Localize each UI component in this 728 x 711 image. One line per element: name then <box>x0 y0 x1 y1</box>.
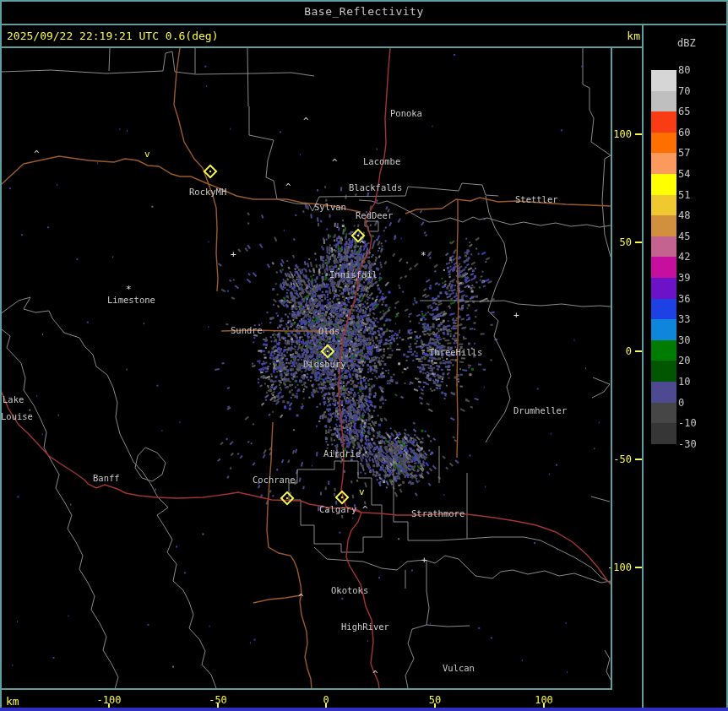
frame-left <box>0 0 2 711</box>
map-border-bottom <box>0 688 612 690</box>
caret-up-icon: ^ <box>394 437 400 444</box>
scale-tick-label: 65 <box>678 106 690 117</box>
caret-up-icon: ^ <box>362 507 368 513</box>
y-axis-tick <box>635 242 642 243</box>
panel-divider <box>642 25 644 711</box>
city-label-banff: Banff <box>93 474 120 482</box>
city-label-vulcan: Vulcan <box>443 664 475 672</box>
radar-site-dot <box>286 497 289 500</box>
y-axis-tick <box>635 350 642 352</box>
scale-tick-label: 54 <box>678 168 690 180</box>
scale-swatch <box>651 153 676 174</box>
scale-tick-label: -30 <box>678 438 697 450</box>
city-label-rockymh: RockyMH <box>189 187 226 196</box>
city-label-sylvan: Sylvan <box>314 203 346 211</box>
scale-tick-label: 70 <box>678 85 690 97</box>
asterisk-marker-icon: * <box>126 286 132 293</box>
asterisk-marker-icon: * <box>421 252 426 259</box>
y-axis-tick <box>635 133 642 135</box>
scale-swatch <box>651 299 676 320</box>
scale-tick-label: 33 <box>678 313 690 325</box>
x-axis-unit-label: km <box>6 695 19 708</box>
scale-tick-label: 60 <box>678 127 690 138</box>
frame-top <box>0 0 728 2</box>
city-label-innisfail: Innisfail <box>329 270 378 279</box>
scale-tick-label: 42 <box>678 251 690 263</box>
scale-swatch <box>651 70 676 91</box>
scale-swatch <box>651 91 676 112</box>
scale-tick-label: 45 <box>678 231 690 242</box>
scale-tick-label: 51 <box>678 189 690 201</box>
map-border-right <box>611 46 612 690</box>
city-label-okotoks: Okotoks <box>331 586 368 594</box>
scale-tick-label: 48 <box>678 209 690 221</box>
radar-viewer-window: PonokaLacombeBlackfaldsSylvanRedDeerStet… <box>0 0 728 711</box>
y-axis-unit-label: km <box>627 30 640 42</box>
y-axis-tick <box>635 459 642 460</box>
bottom-status-strip <box>0 708 728 711</box>
plus-marker-icon: + <box>421 557 427 564</box>
plus-marker-icon: + <box>231 252 236 258</box>
scale-swatch <box>651 257 676 278</box>
city-label-limestone: Limestone <box>107 296 155 304</box>
window-title: Base_Reflectivity <box>304 5 424 18</box>
city-label-cochrane: Cochrane <box>253 475 296 484</box>
city-label-threehills: ThreeHills <box>429 348 482 356</box>
scale-tick-label: 39 <box>678 272 690 284</box>
caret-up-icon: ^ <box>372 671 378 678</box>
scale-swatch <box>651 111 676 133</box>
scale-tick-label: 30 <box>678 334 690 346</box>
caret-up-icon: ^ <box>303 118 309 125</box>
scale-swatch <box>651 423 676 444</box>
scale-swatch <box>651 174 676 195</box>
scale-tick-label: 10 <box>678 376 690 388</box>
map-border-top <box>0 46 642 48</box>
plus-marker-icon: + <box>513 312 519 319</box>
scale-swatch <box>651 361 676 382</box>
city-label-reddeer: RedDeer <box>356 211 393 220</box>
city-label-airdrie: Airdrie <box>323 449 361 458</box>
scale-tick-label: 0 <box>678 397 684 409</box>
radar-site-dot <box>341 497 344 499</box>
radar-site-dot <box>209 171 212 173</box>
caret-up-icon: ^ <box>34 151 40 158</box>
timestamp: 2025/09/22 22:19:21 UTC 0.6(deg) <box>7 30 218 42</box>
city-label-blackfalds: Blackfalds <box>349 183 402 192</box>
title-divider <box>0 24 728 25</box>
city-label-drumheller: Drumheller <box>513 406 567 415</box>
caret-up-icon: ^ <box>285 184 291 191</box>
scale-swatch <box>651 133 676 154</box>
city-label-lake: Lake <box>3 395 24 404</box>
scale-tick-label: 80 <box>678 64 690 76</box>
caret-up-icon: ^ <box>298 594 304 601</box>
scale-tick-label: -10 <box>678 417 697 429</box>
city-label-lacombe: Lacombe <box>363 157 400 166</box>
city-label-didsbury: Didsbury <box>303 360 346 368</box>
city-label-calgary: Calgary <box>319 505 356 513</box>
caret-down-icon: v <box>359 489 365 496</box>
scale-swatch <box>651 195 676 216</box>
city-label-louise: Louise <box>1 412 33 421</box>
title-bar: Base_Reflectivity <box>0 0 728 24</box>
caret-up-icon: ^ <box>332 160 338 166</box>
scale-tick-label: 36 <box>678 293 690 305</box>
city-label-highriver: HighRiver <box>341 622 389 631</box>
city-label-strathmore: Strathmore <box>411 509 465 518</box>
scale-tick-label: 20 <box>678 355 690 366</box>
scale-swatch <box>651 278 676 299</box>
scale-swatch <box>651 382 676 403</box>
city-label-olds: Olds <box>318 327 340 335</box>
radar-site-dot <box>327 350 329 353</box>
scale-swatch <box>651 319 676 340</box>
city-label-ponoka: Ponoka <box>390 109 422 117</box>
city-label-stettler: Stettler <box>515 195 558 204</box>
scale-swatch <box>651 215 676 236</box>
radar-site-dot <box>357 235 360 237</box>
scale-swatch <box>651 403 676 424</box>
caret-up-icon: ^ <box>359 242 365 248</box>
y-axis-tick <box>635 567 642 568</box>
caret-down-icon: v <box>144 151 150 158</box>
scale-unit-label: dBZ <box>677 37 696 49</box>
scale-swatch <box>651 340 676 361</box>
scale-swatch <box>651 236 676 258</box>
